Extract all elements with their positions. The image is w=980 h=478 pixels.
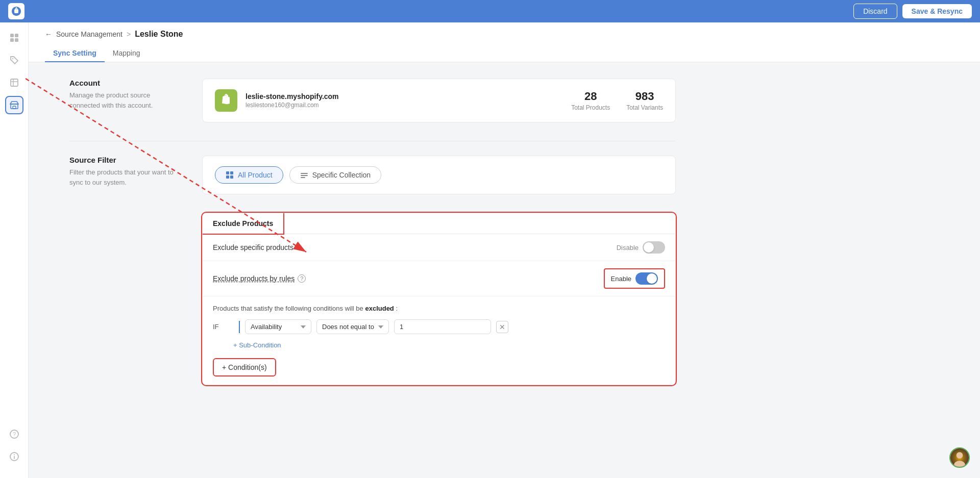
source-filter-section: Source Filter Filter the products that y… (69, 156, 676, 194)
enable-text: Enable (611, 275, 631, 283)
svg-rect-2 (10, 38, 14, 42)
discard-button[interactable]: Discard (853, 4, 897, 19)
exclude-rules-toggle[interactable] (635, 272, 658, 285)
main-layout: ? ← Source Management > Leslie Stone (0, 22, 980, 478)
source-filter-content: All Product Specific Collection (202, 156, 676, 194)
content-area: ← Source Management > Leslie Stone Sync … (29, 22, 980, 478)
save-resync-button[interactable]: Save & Resync (902, 4, 972, 18)
account-label: Account Manage the product source connec… (69, 79, 182, 122)
condition-row: IF Availability Does not equal to ✕ (213, 319, 665, 334)
svg-rect-5 (11, 79, 18, 86)
filter-buttons: All Product Specific Collection (215, 166, 663, 184)
account-stats: 28 Total Products 983 Total Variants (571, 90, 663, 111)
condition-vertical-line (239, 321, 240, 333)
condition-value-input[interactable] (394, 319, 491, 334)
enable-toggle-group: Enable (604, 268, 665, 289)
total-variants-stat: 983 Total Variants (626, 90, 663, 111)
top-header: Discard Save & Resync (0, 0, 980, 22)
account-section: Account Manage the product source connec… (69, 79, 676, 122)
tab-sync-setting[interactable]: Sync Setting (45, 45, 105, 62)
svg-rect-20 (301, 175, 308, 176)
account-title: Account (69, 79, 182, 87)
all-product-button[interactable]: All Product (215, 166, 283, 184)
source-management-link[interactable]: Source Management (56, 30, 122, 38)
exclude-specific-row: Exclude specific products Disable (203, 234, 675, 261)
svg-point-24 (957, 452, 963, 459)
svg-rect-21 (301, 177, 305, 178)
exclude-specific-toggle[interactable] (643, 241, 665, 254)
account-description: Manage the product source connected with… (69, 90, 182, 110)
header-right: Discard Save & Resync (853, 4, 972, 19)
app-logo (8, 3, 24, 19)
sidebar-item-info[interactable] (5, 447, 23, 466)
remove-condition-button[interactable]: ✕ (496, 321, 508, 333)
total-variants-number: 983 (626, 90, 663, 103)
total-products-stat: 28 Total Products (571, 90, 610, 111)
store-name: leslie-stone.myshopify.com (246, 92, 563, 100)
svg-rect-1 (15, 34, 18, 37)
exclude-by-rules-label: Exclude products by rules (213, 274, 295, 283)
source-filter-description: Filter the products that your want to sy… (69, 167, 182, 187)
exclude-specific-toggle-group: Disable (617, 241, 665, 254)
svg-rect-18 (230, 175, 233, 179)
specific-collection-button[interactable]: Specific Collection (289, 166, 381, 184)
exclude-card-header: Exclude Products (203, 213, 283, 234)
divider-1 (69, 141, 676, 141)
breadcrumb-separator: > (127, 30, 131, 38)
store-email: lesliestone160@gmail.com (246, 102, 563, 109)
condition-operator-select[interactable]: Does not equal to (316, 319, 389, 334)
page-header: ← Source Management > Leslie Stone Sync … (29, 22, 980, 62)
svg-rect-17 (226, 175, 229, 179)
total-products-number: 28 (571, 90, 610, 103)
exclude-rules-row: Exclude products by rules ? Enable (203, 261, 675, 296)
all-product-label: All Product (238, 171, 273, 179)
avatar[interactable] (949, 447, 970, 468)
if-label: IF (213, 323, 227, 331)
total-products-label: Total Products (571, 104, 610, 111)
sub-condition-button[interactable]: + Sub-Condition (233, 339, 281, 351)
account-content: leslie-stone.myshopify.com lesliestone16… (202, 79, 676, 122)
add-condition-button[interactable]: + Condition(s) (213, 358, 276, 376)
conditions-description: Products that satisfy the following cond… (213, 305, 665, 312)
shopify-icon (215, 89, 237, 112)
svg-rect-0 (10, 34, 14, 37)
exclude-card: Exclude Products Exclude specific produc… (202, 213, 676, 385)
back-arrow[interactable]: ← (45, 30, 52, 38)
sidebar-item-tag[interactable] (5, 51, 23, 69)
svg-rect-16 (230, 171, 233, 174)
sidebar: ? (0, 22, 29, 478)
conditions-section: Products that satisfy the following cond… (203, 296, 675, 385)
account-card: leslie-stone.myshopify.com lesliestone16… (202, 79, 676, 122)
svg-point-13 (14, 455, 15, 456)
header-left (8, 3, 24, 19)
filter-card: All Product Specific Collection (202, 156, 676, 194)
svg-text:?: ? (12, 431, 15, 437)
help-icon[interactable]: ? (298, 274, 306, 283)
svg-rect-19 (301, 173, 308, 174)
condition-field-select[interactable]: Availability (245, 319, 311, 334)
account-info: leslie-stone.myshopify.com lesliestone16… (246, 92, 563, 109)
tab-mapping[interactable]: Mapping (105, 45, 149, 62)
sidebar-item-help[interactable]: ? (5, 425, 23, 443)
conditions-highlight: excluded (365, 305, 394, 312)
svg-rect-15 (226, 171, 229, 174)
sidebar-item-catalog[interactable] (5, 73, 23, 92)
svg-rect-3 (15, 38, 18, 42)
disable-text: Disable (617, 244, 639, 251)
toggle-thumb (644, 242, 654, 253)
toggle-thumb-2 (647, 273, 657, 284)
source-filter-title: Source Filter (69, 156, 182, 164)
exclude-specific-label: Exclude specific products (213, 243, 293, 251)
source-filter-label: Source Filter Filter the products that y… (69, 156, 182, 194)
main-content: Account Manage the product source connec… (29, 62, 692, 420)
exclude-products-section: Exclude Products Exclude specific produc… (202, 213, 676, 385)
specific-collection-label: Specific Collection (312, 171, 371, 179)
tabs: Sync Setting Mapping (45, 45, 964, 62)
svg-point-4 (12, 58, 13, 59)
sidebar-item-grid[interactable] (5, 29, 23, 47)
sidebar-item-store[interactable] (5, 96, 23, 114)
sidebar-bottom: ? (5, 425, 23, 472)
conditions-suffix: : (396, 305, 398, 312)
exclude-products-content: Exclude Products Exclude specific produc… (202, 213, 676, 385)
total-variants-label: Total Variants (626, 104, 663, 111)
